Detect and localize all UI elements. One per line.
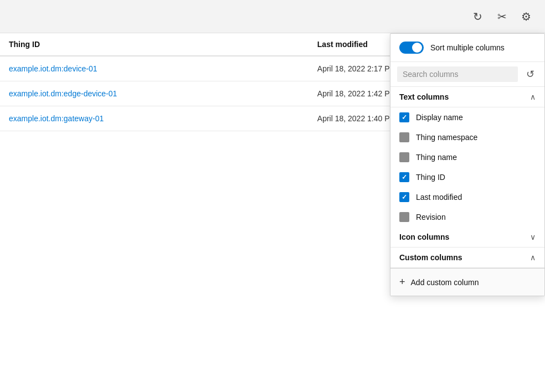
search-row: ↺ [390,62,544,87]
checkbox-display_name[interactable]: ✓ [399,112,409,122]
column-label-last_modified: Last modified [416,193,462,202]
custom-columns-section-header[interactable]: Custom columns ∧ [390,247,544,268]
text-columns-section-header[interactable]: Text columns ∧ [390,87,544,107]
checkbox-thing_id[interactable]: ✓ [399,172,409,182]
cell-thing-id: example.iot.dm:gateway-01 [0,106,309,131]
column-item-revision[interactable]: Revision [390,207,544,227]
column-item-thing_namespace[interactable]: Thing namespace [390,127,544,147]
search-columns-input[interactable] [397,66,518,82]
text-columns-label: Text columns [399,92,449,101]
sort-toggle-row: Sort multiple columns [390,34,544,62]
main-content: Thing ID Last modified example.iot.dm:de… [0,33,545,392]
checkbox-revision[interactable] [399,212,409,222]
column-label-thing_namespace: Thing namespace [416,133,477,142]
text-columns-chevron: ∧ [530,92,536,101]
column-item-thing_name[interactable]: Thing name [390,147,544,167]
column-item-display_name[interactable]: ✓Display name [390,107,544,127]
custom-columns-chevron: ∧ [530,253,536,262]
sort-toggle-label: Sort multiple columns [430,43,505,52]
column-label-display_name: Display name [416,113,463,122]
icon-columns-section-header[interactable]: Icon columns ∨ [390,227,544,247]
add-custom-label: Add custom column [411,278,479,287]
column-label-thing_name: Thing name [416,153,457,162]
toolbar: ↻ ✂ ⚙ [0,0,545,33]
custom-columns-label: Custom columns [399,253,462,262]
checkbox-thing_namespace[interactable] [399,132,409,142]
reset-search-button[interactable]: ↺ [522,66,538,82]
checkbox-thing_name[interactable] [399,152,409,162]
settings-icon[interactable]: ⚙ [518,9,534,24]
column-item-last_modified[interactable]: ✓Last modified [390,187,544,207]
col-header-thing-id[interactable]: Thing ID [0,33,309,56]
icon-columns-chevron: ∨ [530,233,536,241]
add-icon: + [399,276,405,288]
add-custom-column-button[interactable]: + Add custom column [390,268,544,296]
tools-icon[interactable]: ✂ [494,9,510,24]
sort-multiple-toggle[interactable] [399,42,424,54]
cell-thing-id: example.iot.dm:device-01 [0,56,309,81]
column-picker-panel: Sort multiple columns ↺ Text columns ∧ ✓… [390,33,545,296]
column-label-revision: Revision [416,213,446,221]
icon-columns-label: Icon columns [399,233,449,241]
refresh-icon[interactable]: ↻ [470,9,485,24]
checkbox-last_modified[interactable]: ✓ [399,192,409,202]
cell-thing-id: example.iot.dm:edge-device-01 [0,81,309,106]
column-label-thing_id: Thing ID [416,173,445,182]
column-items-container: ✓Display nameThing namespaceThing name✓T… [390,107,544,227]
column-item-thing_id[interactable]: ✓Thing ID [390,167,544,187]
